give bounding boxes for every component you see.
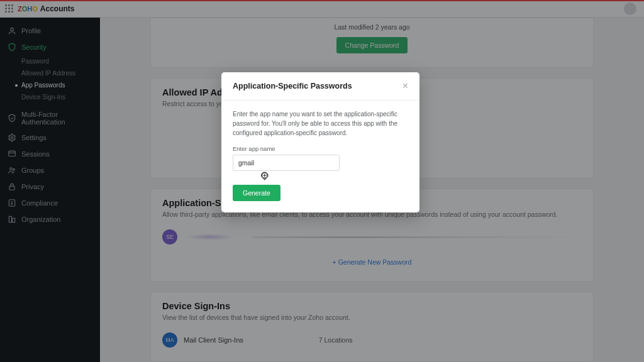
app-name-input[interactable]: [233, 155, 340, 171]
asp-modal: Application-Specific Passwords × Enter t…: [221, 72, 419, 212]
close-icon[interactable]: ×: [402, 81, 408, 91]
modal-title: Application-Specific Passwords: [233, 82, 402, 90]
modal-description: Enter the app name you want to set the a…: [233, 109, 408, 138]
generate-button[interactable]: Generate: [233, 185, 280, 201]
app-name-label: Enter app name: [233, 145, 408, 152]
modal-header: Application-Specific Passwords ×: [221, 72, 419, 101]
